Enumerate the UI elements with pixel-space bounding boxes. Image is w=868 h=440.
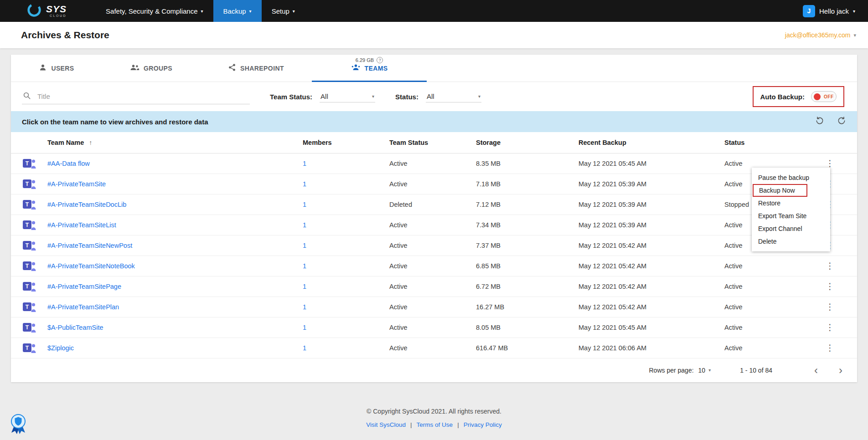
table-row: T #AA-Data flow 1 Active 8.35 MB May 12 … bbox=[11, 153, 857, 174]
members-count-link[interactable]: 1 bbox=[303, 242, 306, 249]
link-terms-of-use[interactable]: Terms of Use bbox=[417, 421, 453, 428]
team-name-link[interactable]: #A-PrivateTeamSiteNewPost bbox=[47, 242, 132, 249]
context-menu-item[interactable]: Restore bbox=[752, 197, 830, 210]
user-menu[interactable]: J Hello jack ▾ bbox=[803, 0, 868, 22]
refresh-icon[interactable] bbox=[837, 116, 846, 127]
status-select[interactable]: All ▾ bbox=[426, 91, 481, 102]
svg-text:T: T bbox=[26, 242, 29, 249]
table-row: T #A-PrivateTeamSitePage 1 Active 6.72 M… bbox=[11, 276, 857, 297]
storage-cell: 8.35 MB bbox=[476, 153, 579, 174]
context-menu-item[interactable]: Backup Now bbox=[753, 184, 807, 197]
context-menu-item[interactable]: Pause the backup bbox=[752, 171, 830, 184]
svg-text:T: T bbox=[26, 222, 29, 228]
table-header-row: Team Name ↑ Members Team Status Storage … bbox=[11, 132, 857, 153]
members-count-link[interactable]: 1 bbox=[303, 344, 306, 352]
trust-badge-icon bbox=[7, 414, 29, 436]
prev-page-button[interactable]: ‹ bbox=[814, 365, 818, 376]
row-actions-kebab-icon[interactable]: ⋮ bbox=[821, 279, 839, 293]
team-name-link[interactable]: #A-PrivateTeamSiteNoteBook bbox=[47, 262, 135, 270]
context-menu-item[interactable]: Export Team Site bbox=[752, 210, 830, 222]
nav-item-safety-security-compliance[interactable]: Safety, Security & Compliance ▾ bbox=[96, 0, 213, 22]
column-header-recent-backup: Recent Backup bbox=[579, 132, 724, 153]
row-actions-kebab-icon[interactable]: ⋮ bbox=[821, 320, 839, 334]
team-status-cell: Active bbox=[389, 174, 476, 194]
members-count-link[interactable]: 1 bbox=[303, 303, 306, 311]
help-icon[interactable]: ? bbox=[377, 57, 383, 63]
team-name-link[interactable]: $A-PublicTeamSite bbox=[47, 324, 103, 331]
team-name-link[interactable]: #A-PrivateTeamSiteDocLib bbox=[47, 201, 126, 208]
tab-bar: USERS GROUPS SHAREPOINT 6.29 GB ? TEAMS bbox=[11, 55, 857, 82]
search-input[interactable] bbox=[36, 92, 249, 101]
restore-defaults-icon[interactable] bbox=[815, 116, 824, 127]
next-page-button[interactable]: › bbox=[839, 365, 842, 376]
recent-backup-cell: May 12 2021 05:39 AM bbox=[579, 215, 724, 235]
auto-backup-toggle[interactable]: OFF bbox=[811, 91, 837, 102]
account-selector[interactable]: jack@office365my.com ▾ bbox=[785, 31, 856, 39]
teams-icon: T bbox=[22, 280, 36, 293]
members-count-link[interactable]: 1 bbox=[303, 262, 306, 270]
chevron-down-icon: ▾ bbox=[853, 9, 855, 14]
column-header-status: Status bbox=[724, 132, 806, 153]
team-name-link[interactable]: #A-PrivateTeamSite bbox=[47, 180, 106, 188]
link-privacy-policy[interactable]: Privacy Policy bbox=[464, 421, 502, 428]
chevron-down-icon: ▾ bbox=[293, 9, 295, 14]
tab-sharepoint[interactable]: SHAREPOINT bbox=[200, 55, 312, 82]
column-header-team-status: Team Status bbox=[389, 132, 476, 153]
table-row: T $Ziplogic 1 Active 616.47 MB May 12 20… bbox=[11, 338, 857, 358]
info-message: Click on the team name to view archives … bbox=[22, 118, 208, 126]
table-row: T #A-PrivateTeamSiteDocLib 1 Deleted 7.1… bbox=[11, 194, 857, 215]
recent-backup-cell: May 12 2021 05:45 AM bbox=[579, 153, 724, 174]
nav-item-setup[interactable]: Setup ▾ bbox=[262, 0, 305, 22]
team-status-cell: Active bbox=[389, 297, 476, 317]
team-name-link[interactable]: #A-PrivateTeamSiteList bbox=[47, 221, 116, 229]
team-name-link[interactable]: #A-PrivateTeamSitePlan bbox=[47, 303, 119, 311]
column-header-storage: Storage bbox=[476, 132, 579, 153]
storage-cell: 7.37 MB bbox=[476, 235, 579, 256]
nav-item-backup[interactable]: Backup ▾ bbox=[213, 0, 262, 22]
team-status-cell: Active bbox=[389, 153, 476, 174]
teams-icon: T bbox=[22, 219, 36, 231]
syscloud-logo[interactable]: SYS CLOUD bbox=[0, 0, 82, 22]
team-status-cell: Active bbox=[389, 276, 476, 297]
members-count-link[interactable]: 1 bbox=[303, 201, 306, 208]
members-count-link[interactable]: 1 bbox=[303, 160, 306, 167]
members-count-link[interactable]: 1 bbox=[303, 221, 306, 229]
column-header-team-name[interactable]: Team Name ↑ bbox=[47, 132, 303, 153]
group-icon bbox=[130, 63, 140, 73]
recent-backup-cell: May 12 2021 05:39 AM bbox=[579, 174, 724, 194]
brand-sub: CLOUD bbox=[46, 14, 67, 17]
members-count-link[interactable]: 1 bbox=[303, 180, 306, 188]
rows-per-page-select[interactable]: 10 ▾ bbox=[698, 367, 711, 374]
context-menu-item[interactable]: Export Channel bbox=[752, 222, 830, 235]
account-email: jack@office365my.com bbox=[785, 31, 851, 39]
row-actions-kebab-icon[interactable]: ⋮ bbox=[821, 300, 839, 314]
team-name-link[interactable]: $Ziplogic bbox=[47, 344, 74, 352]
toggle-thumb bbox=[814, 93, 821, 100]
avatar: J bbox=[803, 5, 815, 17]
link-visit-syscloud[interactable]: Visit SysCloud bbox=[366, 421, 406, 428]
members-count-link[interactable]: 1 bbox=[303, 283, 306, 290]
context-menu-item[interactable]: Delete bbox=[752, 235, 830, 248]
members-count-link[interactable]: 1 bbox=[303, 324, 306, 331]
team-name-link[interactable]: #AA-Data flow bbox=[47, 160, 90, 167]
copyright-text: © Copyright SysCloud 2021. All rights re… bbox=[0, 408, 868, 415]
auto-backup-label: Auto Backup: bbox=[760, 93, 805, 101]
storage-cell: 8.05 MB bbox=[476, 317, 579, 338]
team-status-select[interactable]: All ▾ bbox=[320, 91, 375, 102]
team-status-cell: Active bbox=[389, 317, 476, 338]
svg-text:T: T bbox=[26, 304, 29, 310]
filter-bar: Team Status: All ▾ Status: All ▾ Auto Ba… bbox=[11, 82, 857, 111]
teams-icon: T bbox=[22, 198, 36, 211]
tab-teams[interactable]: 6.29 GB ? TEAMS bbox=[312, 55, 427, 82]
svg-text:T: T bbox=[26, 324, 29, 331]
row-actions-kebab-icon[interactable]: ⋮ bbox=[821, 259, 839, 273]
teams-icon: T bbox=[22, 342, 36, 354]
status-cell: Active bbox=[724, 297, 806, 317]
tab-users[interactable]: USERS bbox=[11, 55, 102, 82]
team-status-cell: Active bbox=[389, 338, 476, 358]
team-name-link[interactable]: #A-PrivateTeamSitePage bbox=[47, 283, 121, 290]
row-actions-kebab-icon[interactable]: ⋮ bbox=[821, 341, 839, 355]
tab-groups[interactable]: GROUPS bbox=[102, 55, 200, 82]
main-nav: Safety, Security & Compliance ▾ Backup ▾… bbox=[96, 0, 305, 22]
storage-cell: 6.72 MB bbox=[476, 276, 579, 297]
